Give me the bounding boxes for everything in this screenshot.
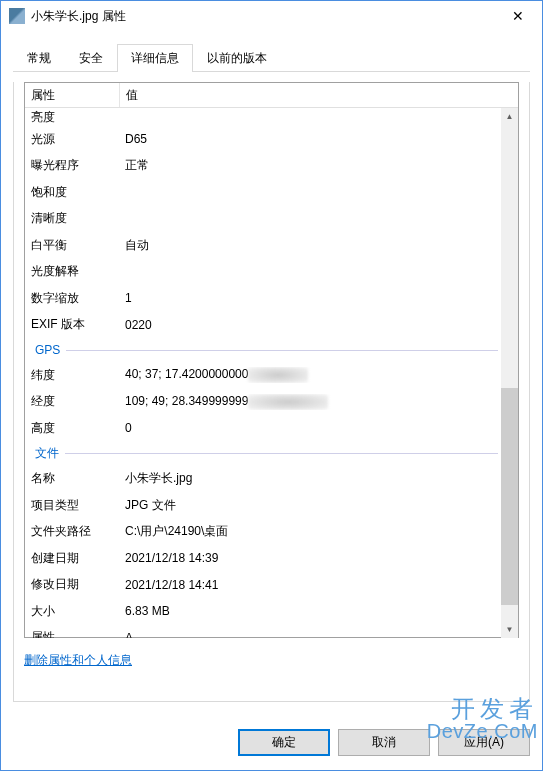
- prop-label: 高度: [25, 420, 119, 437]
- close-button[interactable]: ✕: [495, 2, 540, 31]
- prop-value: D65: [119, 132, 518, 146]
- close-icon: ✕: [512, 8, 524, 24]
- prop-value: 1: [119, 291, 518, 305]
- prop-label: 创建日期: [25, 550, 119, 567]
- header-value[interactable]: 值: [119, 83, 518, 107]
- prop-label: 文件夹路径: [25, 523, 119, 540]
- prop-value: JPG 文件: [119, 497, 518, 514]
- header-property[interactable]: 属性: [25, 87, 119, 104]
- apply-button[interactable]: 应用(A): [438, 729, 530, 756]
- list-item[interactable]: 修改日期2021/12/18 14:41: [25, 572, 518, 599]
- properties-listview[interactable]: 属性 值 亮度 光源D65 曝光程序正常 饱和度 清晰度 白平衡自动 光度解释 …: [24, 82, 519, 638]
- redacted-region: [248, 394, 328, 410]
- prop-value: 小朱学长.jpg: [119, 470, 518, 487]
- group-label: GPS: [35, 343, 60, 357]
- prop-value: 0: [119, 421, 518, 435]
- list-item[interactable]: 属性A: [25, 625, 518, 639]
- list-item[interactable]: 亮度: [25, 108, 518, 126]
- list-item[interactable]: 经度109; 49; 28.349999999: [25, 389, 518, 416]
- dialog-buttons: 确定 取消 应用(A): [238, 729, 530, 756]
- prop-value: 正常: [119, 157, 518, 174]
- prop-label: 修改日期: [25, 576, 119, 593]
- prop-label: 纬度: [25, 367, 119, 384]
- group-gps: GPS: [25, 338, 518, 362]
- list-item[interactable]: EXIF 版本0220: [25, 312, 518, 339]
- prop-label: EXIF 版本: [25, 316, 119, 333]
- list-item[interactable]: 曝光程序正常: [25, 153, 518, 180]
- vertical-scrollbar[interactable]: ▲ ▼: [501, 108, 518, 638]
- list-item[interactable]: 光度解释: [25, 259, 518, 286]
- scroll-down-button[interactable]: ▼: [501, 621, 518, 638]
- prop-label: 清晰度: [25, 210, 119, 227]
- chevron-down-icon: ▼: [506, 625, 514, 634]
- scroll-up-button[interactable]: ▲: [501, 108, 518, 125]
- tab-general[interactable]: 常规: [13, 44, 65, 72]
- group-divider: [66, 350, 498, 351]
- prop-value: 6.83 MB: [119, 604, 518, 618]
- list-item[interactable]: 白平衡自动: [25, 232, 518, 259]
- prop-value: A: [119, 631, 518, 638]
- list-item[interactable]: 创建日期2021/12/18 14:39: [25, 545, 518, 572]
- dialog-frame: 常规 安全 详细信息 以前的版本 属性 值 亮度 光源D65 曝光程序正常 饱和…: [0, 31, 543, 771]
- prop-value: 2021/12/18 14:41: [119, 578, 518, 592]
- group-label: 文件: [35, 445, 59, 462]
- list-item[interactable]: 名称小朱学长.jpg: [25, 466, 518, 493]
- tab-previous-versions[interactable]: 以前的版本: [193, 44, 281, 72]
- chevron-up-icon: ▲: [506, 112, 514, 121]
- list-item[interactable]: 文件夹路径C:\用户\24190\桌面: [25, 519, 518, 546]
- list-item[interactable]: 光源D65: [25, 126, 518, 153]
- tab-security[interactable]: 安全: [65, 44, 117, 72]
- list-body: 亮度 光源D65 曝光程序正常 饱和度 清晰度 白平衡自动 光度解释 数字缩放1…: [25, 108, 518, 638]
- list-header: 属性 值: [25, 83, 518, 108]
- prop-value: 40; 37; 17.4200000000: [119, 367, 518, 383]
- prop-label: 数字缩放: [25, 290, 119, 307]
- tab-details[interactable]: 详细信息: [117, 44, 193, 72]
- file-icon: [9, 8, 25, 24]
- prop-label: 名称: [25, 470, 119, 487]
- list-item[interactable]: 饱和度: [25, 179, 518, 206]
- titlebar: 小朱学长.jpg 属性 ✕: [0, 0, 543, 31]
- redacted-region: [248, 367, 308, 383]
- prop-label: 经度: [25, 393, 119, 410]
- details-panel: 属性 值 亮度 光源D65 曝光程序正常 饱和度 清晰度 白平衡自动 光度解释 …: [13, 82, 530, 702]
- prop-label: 曝光程序: [25, 157, 119, 174]
- remove-properties-link[interactable]: 删除属性和个人信息: [14, 648, 142, 679]
- prop-label: 饱和度: [25, 184, 119, 201]
- list-item[interactable]: 清晰度: [25, 206, 518, 233]
- list-item[interactable]: 纬度40; 37; 17.4200000000: [25, 362, 518, 389]
- ok-button[interactable]: 确定: [238, 729, 330, 756]
- prop-value: 0220: [119, 318, 518, 332]
- list-item[interactable]: 高度0: [25, 415, 518, 442]
- prop-label: 白平衡: [25, 237, 119, 254]
- group-divider: [65, 453, 498, 454]
- list-item[interactable]: 项目类型JPG 文件: [25, 492, 518, 519]
- prop-value: 自动: [119, 237, 518, 254]
- prop-label: 亮度: [25, 109, 119, 126]
- group-file: 文件: [25, 442, 518, 466]
- cancel-button[interactable]: 取消: [338, 729, 430, 756]
- prop-label: 光源: [25, 131, 119, 148]
- list-item[interactable]: 数字缩放1: [25, 285, 518, 312]
- prop-label: 光度解释: [25, 263, 119, 280]
- window-title: 小朱学长.jpg 属性: [31, 8, 495, 25]
- prop-label: 属性: [25, 629, 119, 638]
- scroll-thumb[interactable]: [501, 388, 518, 605]
- prop-value: 109; 49; 28.349999999: [119, 394, 518, 410]
- prop-label: 大小: [25, 603, 119, 620]
- tab-strip: 常规 安全 详细信息 以前的版本: [1, 31, 542, 71]
- prop-label: 项目类型: [25, 497, 119, 514]
- prop-value: 2021/12/18 14:39: [119, 551, 518, 565]
- prop-value: C:\用户\24190\桌面: [119, 523, 518, 540]
- list-item[interactable]: 大小6.83 MB: [25, 598, 518, 625]
